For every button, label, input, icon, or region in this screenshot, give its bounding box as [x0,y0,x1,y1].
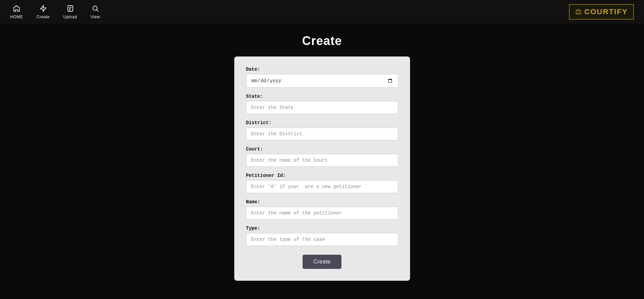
name-input[interactable] [246,207,398,220]
view-icon [92,5,99,13]
brand-text: COURTIFY [585,7,628,16]
nav-create[interactable]: Create [37,5,50,19]
nav-create-label: Create [37,15,50,19]
home-icon [13,5,20,13]
nav-upload[interactable]: Upload [63,5,77,19]
create-form-card: Date: State: District: Court: Petitioner… [234,56,410,281]
nav-view-label: View [91,15,100,19]
district-input[interactable] [246,128,398,140]
nav-home[interactable]: HOME [10,5,23,19]
district-group: District: [246,120,398,140]
court-label: Court: [246,146,398,152]
type-label: Type: [246,226,398,231]
date-input[interactable] [246,74,398,88]
district-label: District: [246,120,398,125]
upload-icon [67,5,74,13]
petitioner-id-group: Petitioner Id: [246,173,398,193]
brand-icon: ⚖ [575,7,582,16]
create-button[interactable]: Create [303,255,341,269]
page-title: Create [302,34,342,48]
name-group: Name: [246,199,398,220]
nav-view[interactable]: View [91,5,100,19]
navbar: HOME Create Upload [0,0,644,24]
petitioner-id-label: Petitioner Id: [246,173,398,178]
state-label: State: [246,94,398,99]
name-label: Name: [246,199,398,205]
brand-logo: ⚖ COURTIFY [569,4,634,20]
svg-marker-0 [40,5,46,11]
court-input[interactable] [246,154,398,167]
svg-point-5 [93,6,97,10]
petitioner-id-input[interactable] [246,180,398,193]
nav-home-label: HOME [10,15,23,19]
create-icon [40,5,47,13]
date-label: Date: [246,67,398,72]
date-group: Date: [246,67,398,88]
state-group: State: [246,94,398,114]
court-group: Court: [246,146,398,167]
state-input[interactable] [246,101,398,114]
main-content: Create Date: State: District: Court: Pet… [0,24,644,291]
nav-items: HOME Create Upload [10,5,100,19]
svg-line-6 [97,10,98,12]
nav-upload-label: Upload [63,15,77,19]
type-group: Type: [246,226,398,246]
type-input[interactable] [246,233,398,246]
